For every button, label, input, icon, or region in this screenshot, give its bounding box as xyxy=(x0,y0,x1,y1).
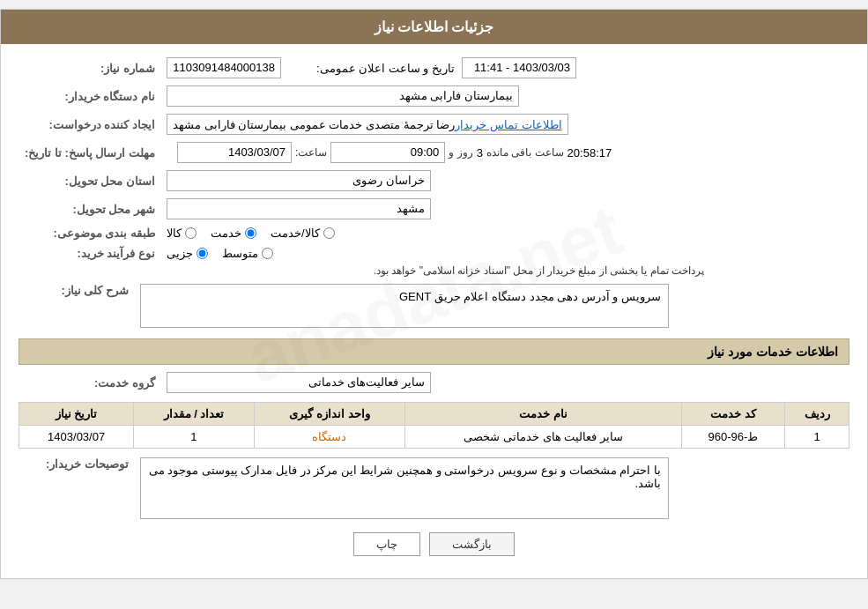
process-radio-jozi[interactable] xyxy=(197,248,208,259)
category-option-kala[interactable]: کالا xyxy=(167,227,197,240)
process-label-motavasset: متوسط xyxy=(222,247,258,260)
col-service-name: نام خدمت xyxy=(405,403,681,426)
needs-table: ردیف کد خدمت نام خدمت واحد اندازه گیری ت… xyxy=(19,402,849,449)
service-info-section-header: اطلاعات خدمات مورد نیاز xyxy=(19,338,849,365)
button-row: بازگشت چاپ xyxy=(19,532,849,556)
requester-value: رضا ترجمهٔ متصدی خدمات عمومی بیمارستان ف… xyxy=(173,118,455,131)
requester-label: ایجاد کننده درخواست: xyxy=(19,118,160,131)
process-label: نوع فرآیند خرید: xyxy=(19,247,160,260)
cell-row-num: 1 xyxy=(785,426,849,449)
category-radio-group: کالا/خدمت خدمت کالا xyxy=(167,227,335,240)
buyer-org-value: بیمارستان فارابی مشهد xyxy=(167,85,519,107)
process-option-motavasset[interactable]: متوسط xyxy=(222,247,273,260)
need-number-value: 1103091484000138 xyxy=(167,57,281,78)
page-title: جزئیات اطلاعات نیاز xyxy=(1,10,867,44)
col-date: تاریخ نیاز xyxy=(19,403,134,426)
announcement-label: تاریخ و ساعت اعلان عمومی: xyxy=(316,62,455,75)
process-notice: پرداخت تمام یا بخشی از مبلغ خریدار از مح… xyxy=(374,264,704,277)
category-label: طبقه بندی موضوعی: xyxy=(19,227,160,240)
process-radio-motavasset[interactable] xyxy=(262,248,273,259)
city-value: مشهد xyxy=(167,198,431,219)
deadline-label: مهلت ارسال پاسخ: تا تاریخ: xyxy=(19,146,160,160)
category-option-kala-khedmat[interactable]: کالا/خدمت xyxy=(271,227,335,240)
buyer-desc-label: توصیحات خریدار: xyxy=(19,457,133,471)
process-option-jozi[interactable]: جزیی xyxy=(167,247,208,260)
description-label: شرح کلی نیاز: xyxy=(19,284,133,297)
category-label-kala: کالا xyxy=(167,227,182,240)
cell-date: 1403/03/07 xyxy=(19,426,134,449)
category-radio-khedmat[interactable] xyxy=(245,227,256,239)
buyer-desc-value: با احترام مشخصات و نوع سرویس درخواستی و … xyxy=(140,457,669,519)
process-radio-group: متوسط جزیی xyxy=(167,247,273,260)
deadline-remaining-label: ساعت باقی مانده xyxy=(486,146,564,159)
deadline-date: 1403/03/07 xyxy=(177,142,292,163)
process-label-jozi: جزیی xyxy=(167,247,193,260)
table-row: 1 ط-96-960 سایر فعالیت های خدماتی شخصی د… xyxy=(19,426,849,449)
need-number-label: شماره نیاز: xyxy=(19,62,160,75)
cell-service-code: ط-96-960 xyxy=(681,426,784,449)
col-quantity: تعداد / مقدار xyxy=(134,403,254,426)
back-button[interactable]: بازگشت xyxy=(429,532,515,556)
buyer-org-label: نام دستگاه خریدار: xyxy=(19,90,160,103)
deadline-time-label: ساعت: xyxy=(295,146,327,159)
deadline-time: 09:00 xyxy=(330,142,445,163)
category-option-khedmat[interactable]: خدمت xyxy=(211,227,256,240)
col-unit: واحد اندازه گیری xyxy=(254,403,405,426)
service-group-label: گروه خدمت: xyxy=(19,376,160,390)
announcement-value: 1403/03/03 - 11:41 xyxy=(462,57,576,78)
category-label-kala-khedmat: کالا/خدمت xyxy=(271,227,320,240)
col-row-num: ردیف xyxy=(785,403,849,426)
province-value: خراسان رضوی xyxy=(167,170,431,191)
col-service-code: کد خدمت xyxy=(681,403,784,426)
category-radio-kala[interactable] xyxy=(185,227,197,239)
cell-quantity: 1 xyxy=(134,426,254,449)
city-label: شهر محل تحویل: xyxy=(19,203,160,216)
service-group-value: سایر فعالیت‌های خدماتی xyxy=(167,372,431,393)
cell-service-name: سایر فعالیت های خدماتی شخصی xyxy=(405,426,681,449)
description-value: سرویس و آدرس دهی مجدد دستگاه اعلام حریق … xyxy=(140,284,669,328)
requester-link[interactable]: اطلاعات تماس خریدار xyxy=(455,118,561,131)
deadline-days-label: روز و xyxy=(449,146,472,159)
print-button[interactable]: چاپ xyxy=(353,532,420,556)
category-radio-kala-khedmat[interactable] xyxy=(323,227,335,239)
province-label: استان محل تحویل: xyxy=(19,175,160,188)
category-label-khedmat: خدمت xyxy=(211,227,241,240)
cell-unit[interactable]: دستگاه xyxy=(254,426,405,449)
deadline-days: 3 xyxy=(477,146,483,160)
deadline-remaining: 20:58:17 xyxy=(568,146,612,160)
